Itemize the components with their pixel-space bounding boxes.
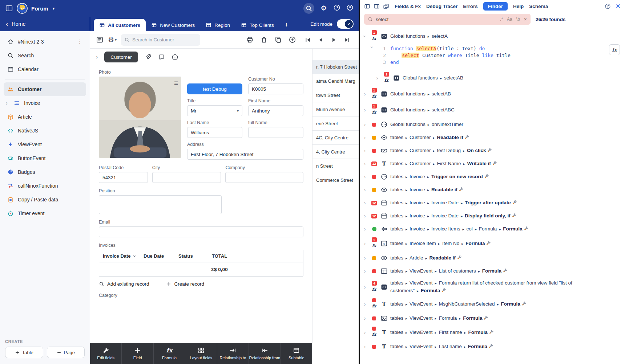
chevron-right-icon[interactable]: › (362, 106, 368, 114)
finder-result-row[interactable]: ›4fxtables▸ViewEvent▸Formula return list… (360, 278, 625, 296)
chevron-right-icon[interactable]: › (6, 100, 9, 106)
trash-button[interactable] (260, 36, 268, 44)
subtable-button[interactable]: Subtable (281, 343, 312, 364)
chevron-right-icon[interactable]: › (362, 90, 368, 98)
chevron-down-icon[interactable]: › (369, 44, 375, 50)
comment-button[interactable] (158, 54, 165, 61)
field-button[interactable]: Field (121, 343, 153, 364)
add-view-tab-button[interactable]: + (279, 19, 294, 31)
form-edit-icon[interactable] (96, 36, 104, 44)
table-options-button[interactable]: ⚙▾ (108, 36, 117, 43)
customer-photo[interactable]: ≡ (99, 77, 181, 158)
chevron-right-icon[interactable]: › (362, 283, 368, 291)
finder-result-row[interactable]: ›1fxGlobal functions▸selectAB (360, 86, 625, 102)
pane-split-button[interactable] (374, 3, 380, 9)
record-list-item[interactable]: erié Street (312, 116, 359, 131)
formula-button[interactable]: fxFormula (153, 343, 185, 364)
customer-no-input[interactable] (248, 83, 303, 94)
pane-left-button[interactable] (364, 3, 370, 9)
chevron-right-icon[interactable]: › (362, 267, 368, 275)
photo-menu-icon[interactable]: ≡ (174, 79, 178, 87)
sidebar-item-timer-event[interactable]: Timer event (4, 206, 86, 220)
finder-result-row[interactable]: ›tables▸ViewEvent▸Formula▸Formula (360, 312, 625, 325)
record-list-item[interactable]: atma Gandhi Marg (312, 74, 359, 88)
finder-result-row[interactable]: ›fxTtables▸ViewEvent▸First name▸Formula (360, 325, 625, 340)
finder-result-row[interactable]: ›1fx1tables▸Invoice Item▸Item No▸Formula (360, 236, 625, 251)
view-tab-region[interactable]: Region (200, 19, 235, 31)
menu-schema[interactable]: Schema (529, 4, 548, 9)
chevron-right-icon[interactable]: › (362, 315, 368, 322)
chevron-right-icon[interactable]: › (362, 147, 368, 154)
chevron-right-icon[interactable]: › (362, 160, 368, 167)
title-select[interactable]: Mr▾ (187, 105, 242, 116)
chevron-right-icon[interactable]: › (362, 254, 368, 262)
record-list-item[interactable]: 4, City Centre (312, 145, 359, 159)
finder-search-input[interactable] (376, 17, 497, 22)
record-search-input[interactable] (132, 37, 197, 42)
record-list-item[interactable]: n Street (312, 159, 359, 173)
finder-result-row[interactable]: ›tables▸Invoice▸Invoice Items▸col▸Formul… (360, 222, 625, 236)
edit-mode-toggle[interactable] (337, 19, 354, 29)
help-icon[interactable] (605, 3, 611, 9)
address-input[interactable] (187, 149, 303, 160)
whole-word-toggle[interactable]: \b (516, 17, 520, 22)
finder-result-row[interactable]: ›1fxGlobal functions▸selectAB (372, 70, 625, 86)
nav-next-button[interactable] (330, 36, 338, 44)
finder-result-row[interactable]: ›fxTtables▸ViewEvent▸MsgNbCustomerSelect… (360, 296, 625, 312)
edit-fields-button[interactable]: Edit fields (90, 343, 121, 364)
search-button[interactable] (303, 3, 314, 14)
info-button[interactable] (172, 54, 178, 61)
record-tab-customer[interactable]: Customer (104, 52, 138, 62)
test-debug-button[interactable]: test Debug (187, 83, 242, 94)
first-name-input[interactable] (248, 105, 303, 116)
duplicate-button[interactable] (274, 36, 282, 44)
collapse-chevron-icon[interactable]: › (96, 54, 98, 60)
sidebar-toggle-icon[interactable] (5, 4, 13, 12)
finder-result-row[interactable]: ›12tables▸Invoice▸Invoice Date▸Display f… (360, 209, 625, 222)
finder-result-row[interactable]: ›tables▸Article▸Readable if (360, 251, 625, 265)
finder-result-row[interactable]: ›tables▸Invoice▸Trigger on new record (360, 170, 625, 183)
full-name-input[interactable] (248, 127, 303, 138)
sidebar-item-callninoxfunction[interactable]: callNinoxFunction (4, 179, 86, 193)
record-list-item[interactable]: Commerce Street (312, 173, 359, 187)
city-input[interactable] (152, 172, 221, 183)
nav-first-button[interactable] (304, 36, 311, 44)
sidebar-item-article[interactable]: Article (4, 110, 86, 124)
chevron-right-icon[interactable]: › (362, 173, 368, 180)
view-tab-new-customers[interactable]: New Customers (146, 19, 200, 31)
panes-button[interactable] (383, 3, 389, 9)
home-button[interactable]: ‹ Home (0, 17, 90, 31)
menu-finder[interactable]: Finder (483, 2, 508, 11)
sidebar-item-search[interactable]: Search (4, 49, 86, 62)
sidebar-item-buttonevent[interactable]: ButtonEvent (4, 151, 86, 165)
nav-last-button[interactable] (343, 36, 351, 44)
printer-button[interactable] (246, 36, 254, 44)
company-input[interactable] (225, 172, 303, 183)
finder-result-row[interactable]: ›tables▸Customer▸test Debug▸On click (360, 144, 625, 157)
finder-result-row[interactable]: ›tables▸Customer▸Readable if (360, 131, 625, 144)
code-preview[interactable]: ›1function selectA(title : text) do2 sel… (360, 44, 625, 70)
finder-result-row[interactable]: ›Ttables▸ViewEvent▸Last name▸Formula (360, 340, 625, 353)
sidebar-item-invoice[interactable]: ›Invoice (4, 96, 86, 110)
record-list-item[interactable]: Munn Avenue (312, 102, 359, 116)
layout-fields-button[interactable]: Layout fields (185, 343, 217, 364)
regex-toggle[interactable]: .* (500, 17, 503, 22)
plus-circle-button[interactable] (289, 36, 296, 44)
chevron-right-icon[interactable]: › (362, 121, 368, 128)
create-page-button[interactable]: Page (47, 347, 85, 358)
chevron-right-icon[interactable]: › (362, 134, 368, 141)
finder-result-row[interactable]: ›tables▸ViewEvent▸List of customers▸Form… (360, 265, 625, 278)
invoice-column-due-date[interactable]: Due Date (140, 253, 175, 259)
sidebar-item-viewevent[interactable]: ViewEvent (4, 138, 86, 151)
chevron-right-icon[interactable]: › (374, 74, 380, 82)
record-list-item[interactable]: 4C, City Centre (312, 131, 359, 145)
chevron-right-icon[interactable]: › (362, 199, 368, 206)
relationship-from-button[interactable]: Relationship from (249, 343, 280, 364)
chevron-right-icon[interactable]: › (362, 212, 368, 220)
chevron-right-icon[interactable]: › (362, 186, 368, 193)
sidebar-item-customer[interactable]: Customer (4, 82, 86, 96)
view-tab-all-customers[interactable]: All customers (94, 19, 146, 31)
create-table-button[interactable]: Table (5, 347, 43, 358)
view-tab-top-clients[interactable]: Top Clients (235, 19, 279, 31)
record-list-item[interactable]: town Street (312, 88, 359, 102)
